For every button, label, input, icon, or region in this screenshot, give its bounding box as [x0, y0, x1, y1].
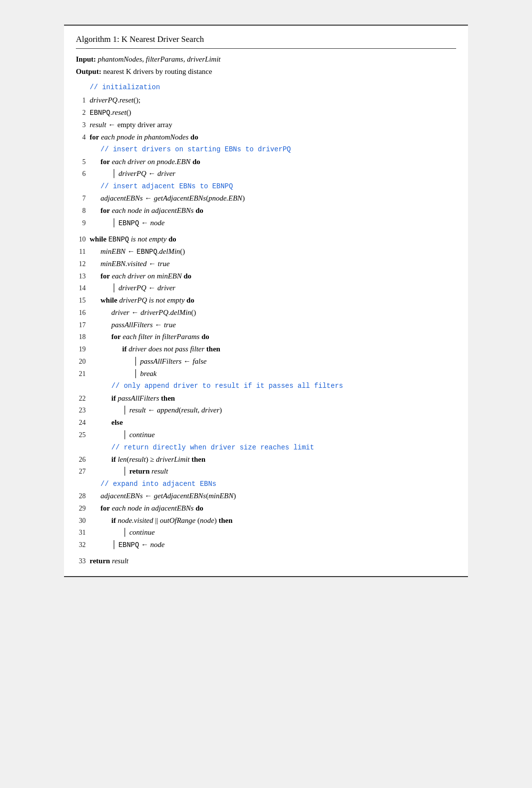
- line-15: 15 while driverPQ is not empty do: [76, 294, 456, 307]
- comment-insert-drivers: // insert drivers on starting EBNs to dr…: [76, 143, 456, 155]
- output-label: Output:: [76, 68, 101, 75]
- comment-only-append: // only append driver to result if it pa…: [76, 379, 456, 392]
- line-24: 24 else: [76, 416, 456, 429]
- line-13: 13 for each driver on minEBN do: [76, 270, 456, 282]
- output-value: nearest K drivers by routing distance: [103, 68, 212, 75]
- line-29: 29 for each node in adjacentEBNs do: [76, 502, 456, 514]
- algorithm-container: Algorithm 1: K Nearest Driver Search Inp…: [64, 25, 468, 577]
- line-31: 31 │ continue: [76, 526, 456, 539]
- algorithm-name: K Nearest Driver Search: [122, 34, 204, 44]
- line-1: 1 driverPQ.reset();: [76, 94, 456, 106]
- comment-expand: // expand into adjacent EBNs: [76, 478, 456, 490]
- line-21: 21 │ break: [76, 368, 456, 380]
- line-32: 32 │ EBNPQ ← node: [76, 539, 456, 551]
- output-line: Output: nearest K drivers by routing dis…: [76, 66, 456, 77]
- line-3: 3 result ← empty driver array: [76, 119, 456, 131]
- line-27: 27 │ return result: [76, 465, 456, 478]
- comment-init: // initialization: [76, 80, 456, 94]
- line-18: 18 for each filter in filterParams do: [76, 331, 456, 343]
- line-12: 12 minEBN.visited ← true: [76, 258, 456, 270]
- line-23: 23 │ result ← append(result, driver): [76, 404, 456, 416]
- line-33: 33 return result: [76, 555, 456, 567]
- line-20: 20 │ passAllFilters ← false: [76, 355, 456, 368]
- line-4: 4 for each pnode in phantomNodes do: [76, 131, 456, 143]
- line-11: 11 minEBN ← EBNPQ.delMin(): [76, 245, 456, 258]
- input-line: Input: phantomNodes, filterParams, drive…: [76, 54, 456, 65]
- input-value: phantomNodes, filterParams, driverLimit: [98, 55, 221, 63]
- line-16: 16 driver ← driverPQ.delMin(): [76, 307, 456, 319]
- line-14: 14 │ driverPQ ← driver: [76, 282, 456, 294]
- input-label: Input:: [76, 55, 96, 63]
- line-28: 28 adjacentEBNs ← getAdjacentEBNs(minEBN…: [76, 490, 456, 502]
- line-30: 30 if node.visited || outOfRange (node) …: [76, 514, 456, 527]
- line-9: 9 │ EBNPQ ← node: [76, 217, 456, 229]
- line-8: 8 for each node in adjacentEBNs do: [76, 205, 456, 217]
- line-5: 5 for each driver on pnode.EBN do: [76, 156, 456, 168]
- line-26: 26 if len(result) ≥ driverLimit then: [76, 453, 456, 466]
- code-body: // initialization 1 driverPQ.reset(); 2 …: [76, 80, 456, 567]
- line-6: 6 │ driverPQ ← driver: [76, 168, 456, 180]
- line-22: 22 if passAllFilters then: [76, 392, 456, 405]
- comment-return-direct: // return directly when driver size reac…: [76, 441, 456, 453]
- line-17: 17 passAllFilters ← true: [76, 319, 456, 331]
- line-7: 7 adjacentEBNs ← getAdjacentEBNs(pnode.E…: [76, 192, 456, 205]
- algorithm-label: Algorithm 1:: [76, 34, 119, 44]
- line-10: 10 while EBNPQ is not empty do: [76, 233, 456, 245]
- line-19: 19 if driver does not pass filter then: [76, 343, 456, 355]
- comment-insert-adjacent: // insert adjacent EBNs to EBNPQ: [76, 180, 456, 192]
- line-25: 25 │ continue: [76, 429, 456, 441]
- line-2: 2 EBNPQ.reset(): [76, 106, 456, 119]
- algorithm-title: Algorithm 1: K Nearest Driver Search: [76, 34, 456, 49]
